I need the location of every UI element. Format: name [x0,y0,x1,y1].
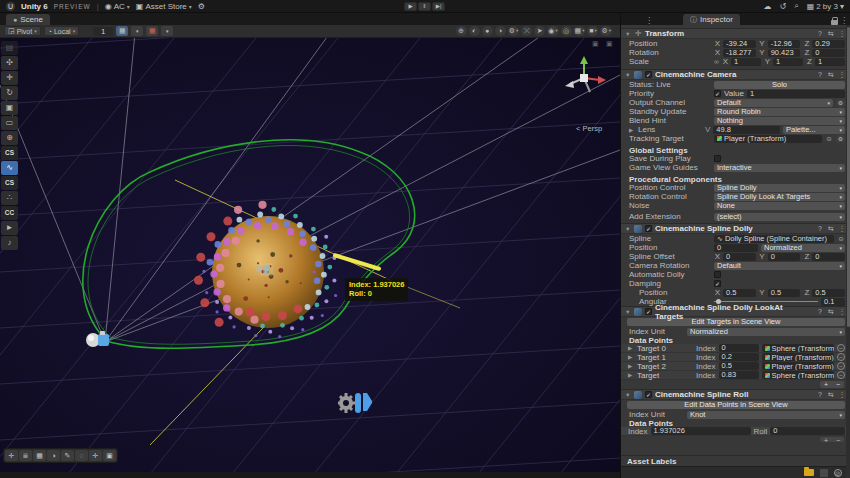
preset-icon[interactable]: ⇆ [827,391,835,399]
enabled-checkbox[interactable]: ✓ [645,71,652,78]
game-view-guides-dropdown[interactable]: Interactive▾ [714,164,845,172]
step-button[interactable]: ▶| [432,2,445,11]
lens-preset-dropdown[interactable]: Palette...▾ [783,126,845,134]
cinemachine-camera-header[interactable]: ▼ ✓ Cinemachine Camera ? ⇆ ⋮ [621,69,850,80]
cinemachine-cs-tool-1[interactable]: CS [1,146,18,160]
spline-dolly-header[interactable]: ▼ ✓ Cinemachine Spline Dolly ? ⇆ ⋮ [621,223,850,234]
lookat-index-field[interactable]: 0.2 [719,353,759,361]
foldout-icon[interactable]: ▼ [625,31,631,37]
lens-fov-field[interactable]: 49.8 [713,126,780,134]
priority-checkbox[interactable]: ✓ [714,90,721,97]
overlay-move-icon[interactable]: ✛ [5,450,18,461]
remove-icon[interactable]: − [837,371,845,379]
preset-icon[interactable]: ⇆ [827,71,835,79]
scale-tool[interactable]: ▣ [1,101,18,115]
object-picker-icon[interactable]: ⊙ [825,135,833,143]
roll-value-field[interactable]: 0 [770,427,845,435]
kebab-icon[interactable]: ⋮ [838,391,846,399]
dock-menu-icon[interactable]: ⋮ [643,16,655,25]
cinemachine-cs-tool-2[interactable]: CS [1,176,18,190]
remove-icon[interactable]: − [837,362,845,370]
overlay-grid-icon[interactable]: ▦ [33,450,46,461]
inspector-menu-icon[interactable]: ⋮ [838,16,850,25]
camera-rotation-dropdown[interactable]: Default▾ [714,262,845,270]
gizmos-dropdown[interactable]: ⚙▾ [600,26,612,36]
preset-icon[interactable]: ⇆ [827,30,835,38]
rect-tool[interactable]: ▭ [1,116,18,130]
grid-snap-caret[interactable]: ▾ [131,26,143,36]
enabled-checkbox[interactable]: ✓ [645,391,652,398]
add-roll-point-button[interactable]: + [820,437,832,442]
add-data-point-button[interactable]: + [820,381,832,388]
damping-y-field[interactable]: 0.5 [768,289,801,297]
camera-tool[interactable]: ► [1,221,18,235]
hidden-objects-icon[interactable]: ⤫ [521,26,532,36]
orientation-gizmo[interactable] [556,50,612,108]
rotation-z-field[interactable]: 0 [812,49,845,57]
preset-icon[interactable]: ⇆ [827,225,835,233]
add-extension-dropdown[interactable]: (select)▾ [714,213,845,221]
asset-store-menu[interactable]: ▣ Asset Store ▾ [136,2,192,11]
standby-update-dropdown[interactable]: Round Robin▾ [714,108,845,116]
overlay-search-icon[interactable]: ◌ [75,450,88,461]
help-icon[interactable]: ? [816,391,824,398]
dolly-position-field[interactable]: 0 [714,244,758,252]
damping-checkbox[interactable]: ✓ [714,280,721,287]
position-units-dropdown[interactable]: Normalized▾ [761,244,845,252]
viewport-lock-icon[interactable]: ▣ [592,40,599,48]
overlay-edit-icon[interactable]: ✎ [61,450,74,461]
priority-value-field[interactable]: 1 [747,90,845,98]
damping-z-field[interactable]: 0.5 [812,289,845,297]
kebab-icon[interactable]: ⋮ [838,308,846,316]
cloud-icon[interactable]: ☁ [763,2,771,11]
transform-tool[interactable]: ⊕ [1,131,18,145]
spline-roll-tool[interactable]: ∿ [1,161,18,175]
lighting-icon[interactable]: ● [482,26,493,36]
lookat-index-unit-dropdown[interactable]: Normalized▾ [687,328,845,336]
scrollbar-thumb[interactable] [847,27,850,327]
tool-overlay-handle[interactable]: ▤ [1,41,18,55]
kebab-icon[interactable]: ⋮ [838,30,846,38]
rotation-control-dropdown[interactable]: Spline Dolly Look At Targets▾ [714,193,845,201]
grid-size-field[interactable]: 1 [93,27,113,36]
audio-tool[interactable]: ♪ [1,236,18,250]
position-y-field[interactable]: -12.96 [768,40,801,48]
search-icon[interactable]: ⌕ [794,1,798,11]
lookat-target-field[interactable]: Sphere (Transform) [762,344,834,352]
output-channel-dropdown[interactable]: Default▾ [714,99,833,107]
overlay-dropdown[interactable]: ■▾ [587,26,598,36]
asset-bundle-icon[interactable] [804,469,814,476]
viewport-menu-icon[interactable]: ▣ [606,40,613,48]
tracking-target-field[interactable]: Player (Transform) [714,135,822,143]
tab-inspector[interactable]: ⓘ Inspector [683,14,740,25]
fov-axis-toggle[interactable]: V [705,125,710,134]
gear-icon[interactable]: ⚙ [836,99,845,107]
enabled-checkbox[interactable]: ✓ [645,308,652,315]
grid-visibility-dropdown[interactable]: ▦▾ [574,26,586,36]
foldout-icon[interactable]: ▼ [625,72,631,78]
shading-mode-icon[interactable]: ⊕ [456,26,467,36]
effects-dropdown[interactable]: ⚙▾ [508,26,520,36]
noise-dropdown[interactable]: None▾ [714,202,845,210]
scene-viewport[interactable]: ▤ ✣ ✛ ↻ ▣ ▭ ⊕ CS ∿ CS ∴ CC ► ♪ Index: 1.… [0,38,620,472]
snap-increment-toggle[interactable]: ▦ [146,26,158,36]
overlay-gizmo-icon[interactable]: ✛ [89,450,102,461]
pause-button[interactable]: ‖ [418,2,431,11]
help-icon[interactable]: ? [816,225,824,232]
angular-value-field[interactable]: 0.1 [821,298,845,306]
view-tool[interactable]: ✣ [1,56,18,70]
roll-index-field[interactable]: 1.937026 [651,427,751,435]
scene-camera-dropdown[interactable]: ◉▾ [547,26,558,36]
kebab-icon[interactable]: ⋮ [838,71,846,79]
roll-index-unit-dropdown[interactable]: Knot▾ [687,411,845,419]
lookat-target-field[interactable]: Player (Transform) [762,353,834,361]
position-control-dropdown[interactable]: Spline Dolly▾ [714,184,845,192]
save-during-play-checkbox[interactable] [714,155,721,162]
settings-gear-icon[interactable]: ⚙ [198,2,205,11]
grid-snap-toggle[interactable]: ▦ [116,26,128,36]
remove-roll-point-button[interactable]: − [832,437,844,442]
inspector-scrollbar[interactable] [846,25,850,478]
history-icon[interactable]: ↺ [779,2,786,11]
damping-x-field[interactable]: 0.5 [723,289,756,297]
rotate-tool[interactable]: ↻ [1,86,18,100]
